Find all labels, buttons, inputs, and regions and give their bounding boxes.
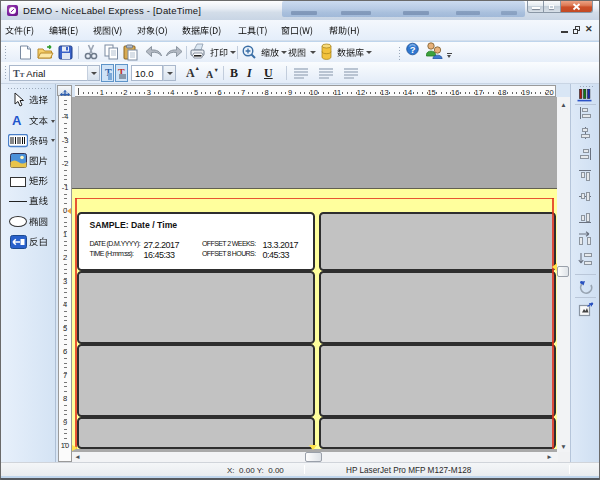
svg-text:?: ? (410, 44, 416, 55)
